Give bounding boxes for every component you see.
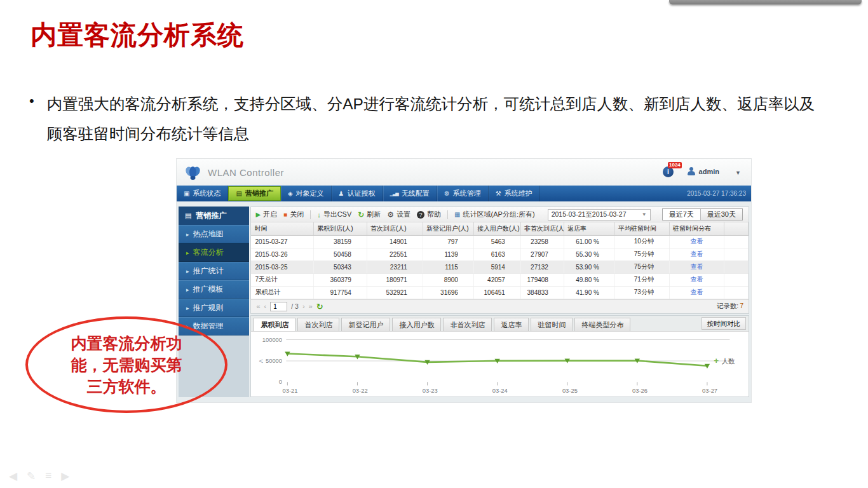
- sidebar-item-promo-stats[interactable]: ▸ 推广统计: [179, 262, 249, 280]
- sidebar-item-hotspot-map[interactable]: ▸ 热点地图: [179, 225, 249, 243]
- prev-page-icon[interactable]: ‹: [264, 302, 267, 310]
- toolbar-divider: [447, 210, 448, 219]
- main-content: ▶ 开启 ■ 关闭 ↓ 导出CSV ↻: [250, 207, 749, 397]
- chart-tab-return-rate[interactable]: 返店率: [494, 318, 529, 331]
- gear-icon: ⚙: [387, 210, 394, 219]
- chart-tab-dwell-time[interactable]: 驻留时间: [531, 318, 573, 331]
- sidebar-item-promo-rules[interactable]: ▸ 推广规则: [179, 299, 249, 317]
- svg-text:100000: 100000: [262, 336, 282, 342]
- svg-text:03-23: 03-23: [423, 387, 438, 394]
- column-header: 接入用户数(人): [473, 222, 520, 235]
- settings-button[interactable]: ⚙ 设置: [387, 210, 410, 219]
- svg-text:03-24: 03-24: [492, 387, 508, 394]
- view-link[interactable]: 查看: [690, 238, 703, 245]
- presenter-next-icon[interactable]: ▶: [61, 470, 69, 483]
- chart-tab-terminal-type[interactable]: 终端类型分布: [574, 318, 630, 331]
- annotation-line: 三方软件。: [28, 376, 225, 397]
- chart-tab-first-visit[interactable]: 首次到店: [297, 318, 339, 331]
- first-page-icon[interactable]: «: [256, 302, 260, 310]
- start-button[interactable]: ▶ 开启: [255, 210, 277, 219]
- range-button-group: 最近7天 最近30天: [662, 208, 743, 220]
- slide-top-bar: [669, 0, 862, 4]
- view-link[interactable]: 查看: [690, 263, 703, 270]
- presenter-controls: ◀ ✎ ≡ ▶: [9, 470, 69, 483]
- table-row: 7天总计36037918097189004205717940849.80 %71…: [251, 273, 748, 286]
- nav-tab-wireless-config[interactable]: ▁▃▅ 无线配置: [383, 186, 437, 201]
- help-button[interactable]: ? 帮助: [417, 210, 441, 219]
- page-title: 内置客流分析系统: [31, 18, 244, 53]
- user-menu[interactable]: admin: [688, 167, 719, 175]
- view-link[interactable]: 查看: [690, 250, 703, 257]
- annotation-line: 能，无需购买第: [28, 354, 225, 376]
- chart-tab-returning[interactable]: 非首次到店: [443, 318, 492, 331]
- refresh-button[interactable]: ↻ 刷新: [358, 210, 381, 219]
- line-chart: 05000010000003-2103-2203-2303-2403-2503-…: [251, 332, 749, 396]
- pagination-bar: « ‹ / 3 › » ↻ 记录数:7: [251, 299, 749, 313]
- user-dropdown-caret-icon[interactable]: ▼: [735, 170, 741, 176]
- table-body: 2015-03-27381591490179754632325861.00 %1…: [251, 235, 748, 299]
- nav-tab-object-define[interactable]: ◈ 对象定义: [281, 186, 332, 201]
- date-range-select[interactable]: 2015-03-21至2015-03-27 ▼: [548, 209, 651, 220]
- bullet-row: • 内置强大的客流分析系统，支持分区域、分AP进行客流统计分析，可统计总到店人数…: [29, 89, 817, 149]
- refresh-icon: ↻: [358, 210, 364, 219]
- notification-badge: 1024: [668, 162, 682, 168]
- slide: 内置客流分析系统 • 内置强大的客流分析系统，支持分区域、分AP进行客流统计分析…: [0, 0, 868, 488]
- chart-tab-cumulative[interactable]: 累积到店: [254, 318, 295, 331]
- chart-panel: 累积到店 首次到店 新登记用户 接入用户数 非首次到店 返店率 驻留时间 终端类…: [250, 315, 749, 397]
- brand-name: WLAN Controller: [208, 167, 284, 178]
- svg-text:03-27: 03-27: [702, 387, 717, 394]
- svg-text:03-21: 03-21: [283, 387, 298, 394]
- page-input[interactable]: [270, 302, 287, 311]
- view-link[interactable]: 查看: [690, 276, 703, 283]
- last-page-icon[interactable]: »: [309, 302, 313, 310]
- nav-tab-system-manage[interactable]: ⚙ 系统管理: [437, 186, 489, 201]
- promo-icon: ▤: [185, 212, 191, 220]
- table-head: 时间累积到店(人)首次到店(人)新登记用户(人)接入用户数(人)非首次到店(人)…: [251, 222, 748, 235]
- cube-icon: ◈: [288, 190, 293, 197]
- sidebar-item-promo-template[interactable]: ▸ 推广模板: [179, 280, 249, 299]
- svg-text:人数: 人数: [722, 358, 735, 365]
- record-count: 记录数:7: [717, 302, 743, 311]
- column-header: 新登记用户(人): [423, 222, 473, 235]
- app-header: WLAN Controller i 1024 admin ▼: [177, 159, 751, 186]
- flow-chart-svg: 05000010000003-2103-2203-2303-2403-2503-…: [251, 332, 749, 396]
- svg-text:03-25: 03-25: [562, 387, 578, 394]
- column-header: 返店率: [564, 222, 614, 235]
- nav-tab-auth[interactable]: ♟ 认证授权: [332, 186, 383, 201]
- wrench-icon: ⚒: [496, 190, 501, 197]
- table-row: 2015-03-255034323211111559142713253.90 %…: [251, 261, 748, 273]
- region-selector[interactable]: ▦ 统计区域(AP分组:所有): [454, 210, 535, 219]
- reload-icon[interactable]: ↻: [316, 302, 323, 311]
- sidebar-item-flow-analysis[interactable]: ▸ 客流分析: [179, 243, 249, 262]
- nav-tab-system-status[interactable]: ▣ 系统状态: [177, 186, 228, 201]
- chevron-down-icon: ▼: [642, 212, 647, 217]
- compare-by-time-button[interactable]: 按时间对比: [702, 317, 747, 330]
- promo-icon: ▤: [236, 190, 241, 197]
- last-7-days-button[interactable]: 最近7天: [663, 209, 700, 220]
- user-name: admin: [699, 168, 719, 175]
- user-auth-icon: ♟: [339, 190, 344, 197]
- presenter-menu-icon[interactable]: ≡: [45, 470, 51, 483]
- presenter-prev-icon[interactable]: ◀: [9, 470, 17, 483]
- table-row: 累积总计9177545329213169610645138483341.90 %…: [251, 286, 748, 299]
- view-link[interactable]: 查看: [690, 288, 703, 295]
- chart-tab-access-users[interactable]: 接入用户数: [392, 318, 441, 331]
- export-csv-button[interactable]: ↓ 导出CSV: [317, 210, 351, 219]
- system-time: 2015-03-27 17:36:23: [687, 186, 746, 201]
- last-30-days-button[interactable]: 最近30天: [700, 209, 742, 220]
- nav-tab-system-maintain[interactable]: ⚒ 系统维护: [489, 186, 540, 201]
- presenter-pen-icon[interactable]: ✎: [27, 470, 36, 483]
- column-header-filler: [724, 222, 748, 235]
- next-page-icon[interactable]: ›: [302, 302, 305, 310]
- column-header: 驻留时间分布: [669, 222, 724, 235]
- nav-tab-marketing[interactable]: ▤ 营销推广: [228, 186, 280, 201]
- stop-button[interactable]: ■ 关闭: [283, 210, 304, 219]
- column-header: 累积到店(人): [313, 222, 367, 235]
- table-panel: ▶ 开启 ■ 关闭 ↓ 导出CSV ↻: [250, 207, 749, 314]
- app-screenshot: WLAN Controller i 1024 admin ▼ ▣ 系统状态 ▤ …: [177, 159, 751, 402]
- play-icon: ▶: [255, 211, 261, 218]
- notification-icon[interactable]: i 1024: [663, 166, 674, 177]
- chart-tab-new-registered[interactable]: 新登记用户: [341, 318, 390, 331]
- bullet-text: 内置强大的客流分析系统，支持分区域、分AP进行客流统计分析，可统计总到店人数、新…: [47, 89, 817, 149]
- page-total: / 3: [291, 302, 299, 310]
